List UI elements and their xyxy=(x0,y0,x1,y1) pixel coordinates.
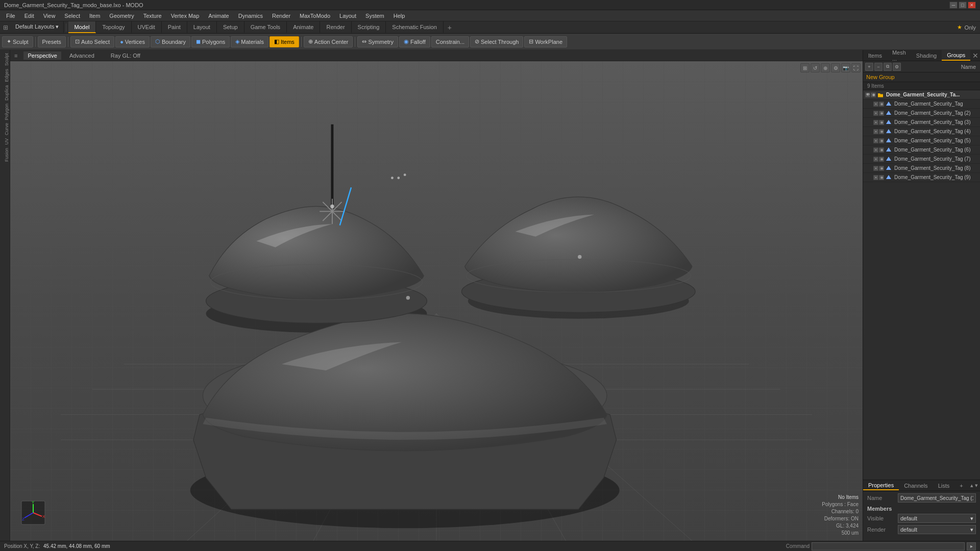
vp-rotate-button[interactable]: ↺ xyxy=(811,63,820,72)
duplicate-group-button[interactable]: ⧉ xyxy=(884,63,892,71)
list-item[interactable]: • ◈ Dome_Garment_Security_Tag (8) xyxy=(863,164,980,173)
vp-settings-button[interactable]: ⚙ xyxy=(831,63,840,72)
menu-geometry[interactable]: Geometry xyxy=(105,12,138,20)
list-item[interactable]: • ◈ Dome_Garment_Security_Tag (4) xyxy=(863,127,980,136)
sidebar-tool-uv[interactable]: UV xyxy=(1,137,9,146)
close-button[interactable]: ✕ xyxy=(968,2,976,9)
vis-eye-icon-3[interactable]: • xyxy=(873,120,878,125)
vp-maximize-button[interactable]: ⊞ xyxy=(800,63,810,72)
viewport-tab-advanced[interactable]: Advanced xyxy=(65,52,99,60)
vis-eye-icon-9[interactable]: • xyxy=(873,175,878,180)
menu-animate[interactable]: Animate xyxy=(204,12,233,20)
vp-zoom-button[interactable]: ⊕ xyxy=(821,63,830,72)
vis-render-icon-7[interactable]: ◈ xyxy=(879,157,884,162)
tab-render[interactable]: Render xyxy=(320,21,351,33)
settings-group-button[interactable]: ⚙ xyxy=(893,63,901,71)
workplane-button[interactable]: ⊟ WorkPlane xyxy=(524,36,567,47)
props-render-dropdown[interactable]: default ▾ xyxy=(898,525,976,534)
item-row-group[interactable]: 👁 ◈ Dome_Garment_Security_Ta... xyxy=(863,90,980,99)
vis-eye-icon-2[interactable]: • xyxy=(873,111,878,116)
tab-uvedit[interactable]: UVEdit xyxy=(132,21,162,33)
layout-dropdown[interactable]: ⊞ xyxy=(0,24,11,31)
list-item[interactable]: • ◈ Dome_Garment_Security_Tag (5) xyxy=(863,136,980,145)
sidebar-tool-duplicate[interactable]: Duplica xyxy=(1,84,9,102)
tab-layout[interactable]: Layout xyxy=(187,21,217,33)
tab-animate[interactable]: Animate xyxy=(287,21,320,33)
presets-button[interactable]: Presets xyxy=(38,36,66,47)
list-item[interactable]: • ◈ Dome_Garment_Security_Tag (3) xyxy=(863,118,980,127)
menu-layout[interactable]: Layout xyxy=(335,12,360,20)
menu-render[interactable]: Render xyxy=(268,12,295,20)
tab-defaultlayouts[interactable]: Default Layouts ▾ xyxy=(11,21,64,33)
props-tab-properties[interactable]: Properties xyxy=(863,481,899,490)
autoselect-button[interactable]: ⊡ Auto Select xyxy=(70,36,114,47)
menu-view[interactable]: View xyxy=(39,12,60,20)
new-group-button[interactable]: + xyxy=(865,63,873,71)
tab-model[interactable]: Model xyxy=(68,21,96,33)
tab-add-button[interactable]: + xyxy=(444,22,456,33)
menu-select[interactable]: Select xyxy=(60,12,84,20)
panel-collapse-button[interactable]: ✕ xyxy=(970,52,980,60)
sculpt-button[interactable]: ✦ Sculpt xyxy=(2,36,33,47)
items-button[interactable]: ◧ Items xyxy=(270,36,299,47)
menu-edit[interactable]: Edit xyxy=(20,12,38,20)
vis-render-icon-8[interactable]: ◈ xyxy=(879,166,884,171)
menu-system[interactable]: System xyxy=(361,12,388,20)
list-item[interactable]: • ◈ Dome_Garment_Security_Tag (6) xyxy=(863,145,980,155)
vis-eye-icon-5[interactable]: • xyxy=(873,138,878,143)
vertices-button[interactable]: ● Vertices xyxy=(115,36,150,47)
falloff-button[interactable]: ◉ Falloff xyxy=(399,36,430,47)
panel-tab-shading[interactable]: Shading xyxy=(911,50,942,61)
list-item[interactable]: • ◈ Dome_Garment_Security_Tag xyxy=(863,99,980,109)
panel-tab-items[interactable]: Items xyxy=(863,50,887,61)
viewport-canvas[interactable]: ⊞ ↺ ⊕ ⚙ 📷 ⛶ No Items Polygons : Face Cha… xyxy=(10,61,863,541)
props-visible-dropdown[interactable]: default ▾ xyxy=(898,514,976,523)
vis-render-icon-6[interactable]: ◈ xyxy=(879,147,884,153)
menu-help[interactable]: Help xyxy=(389,12,409,20)
props-tab-add[interactable]: + xyxy=(954,482,968,490)
menu-vertexmap[interactable]: Vertex Map xyxy=(167,12,204,20)
vp-expand-button[interactable]: ⛶ xyxy=(851,63,861,72)
boundary-button[interactable]: ⬡ Boundary xyxy=(151,36,190,47)
vis-render-icon-1[interactable]: ◈ xyxy=(879,102,884,107)
items-list[interactable]: 👁 ◈ Dome_Garment_Security_Ta... • ◈ D xyxy=(863,90,980,480)
command-expand-button[interactable]: ▸ xyxy=(967,542,976,550)
props-name-field[interactable] xyxy=(898,493,976,503)
vis-render-icon-2[interactable]: ◈ xyxy=(879,111,884,116)
list-item[interactable]: • ◈ Dome_Garment_Security_Tag (2) xyxy=(863,109,980,118)
viewport-tab-perspective[interactable]: Perspective xyxy=(23,52,61,60)
maximize-button[interactable]: □ xyxy=(959,2,967,9)
vis-eye-icon-1[interactable]: • xyxy=(873,102,878,107)
polygons-button[interactable]: ◼ Polygons xyxy=(191,36,230,47)
tab-setup[interactable]: Setup xyxy=(217,21,244,33)
tab-paint[interactable]: Paint xyxy=(162,21,187,33)
window-controls[interactable]: ─ □ ✕ xyxy=(949,2,976,9)
vis-render-icon[interactable]: ◈ xyxy=(871,92,876,97)
actioncenter-button[interactable]: ⊕ Action Center xyxy=(304,36,353,47)
delete-group-button[interactable]: − xyxy=(874,63,883,71)
materials-button[interactable]: ◈ Materials xyxy=(231,36,268,47)
vis-render-icon-4[interactable]: ◈ xyxy=(879,129,884,134)
vis-render-icon-9[interactable]: ◈ xyxy=(879,175,884,180)
list-item[interactable]: • ◈ Dome_Garment_Security_Tag (7) xyxy=(863,155,980,164)
props-expand-button[interactable]: ▴ ▾ xyxy=(968,482,980,489)
sidebar-tool-edges[interactable]: Edges xyxy=(1,68,9,83)
viewport-controls[interactable]: ⊞ ↺ ⊕ ⚙ 📷 ⛶ xyxy=(800,63,861,72)
menu-maxtomodo[interactable]: MaxToModo xyxy=(296,12,334,20)
new-group-label[interactable]: New Group xyxy=(866,74,895,80)
vis-render-icon-5[interactable]: ◈ xyxy=(879,138,884,143)
viewport-menu-icon[interactable]: ≡ xyxy=(14,53,17,59)
menu-dynamics[interactable]: Dynamics xyxy=(234,12,267,20)
minimize-button[interactable]: ─ xyxy=(949,2,958,9)
menu-texture[interactable]: Texture xyxy=(139,12,166,20)
command-input[interactable] xyxy=(812,542,965,550)
panel-tab-mesh[interactable]: Mesh ... xyxy=(887,50,911,61)
vp-camera-button[interactable]: 📷 xyxy=(841,63,850,72)
sidebar-tool-curve[interactable]: Curve xyxy=(1,122,9,136)
menu-item[interactable]: Item xyxy=(85,12,104,20)
props-tab-channels[interactable]: Channels xyxy=(899,482,933,490)
constrain-button[interactable]: Constrain... xyxy=(431,36,469,47)
vis-eye-icon[interactable]: 👁 xyxy=(865,92,870,97)
tab-scripting[interactable]: Scripting xyxy=(352,21,386,33)
vis-render-icon-3[interactable]: ◈ xyxy=(879,120,884,125)
